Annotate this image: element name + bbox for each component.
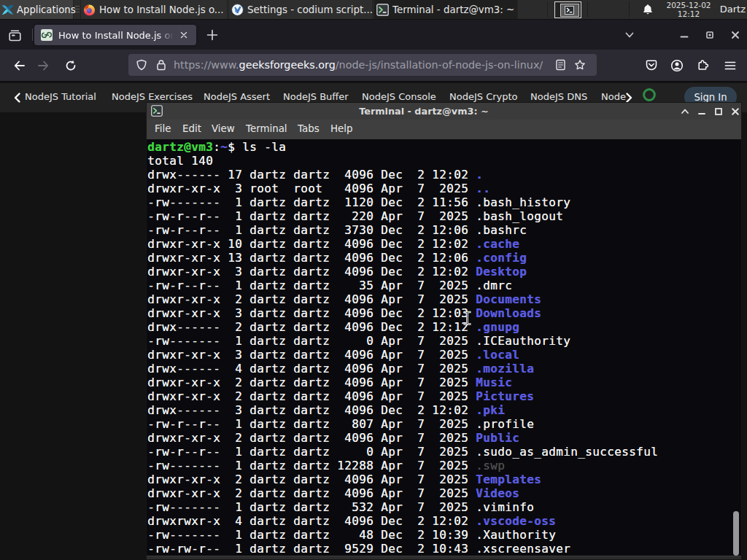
reader-mode-icon[interactable] — [555, 59, 566, 71]
pocket-icon[interactable] — [645, 59, 658, 72]
menu-help[interactable]: Help — [330, 123, 353, 134]
taskbar-button-firefox[interactable]: How to Install Node.js o... — [80, 0, 228, 19]
panel-separator — [629, 1, 630, 18]
tab-close-icon[interactable] — [179, 30, 189, 40]
menu-file[interactable]: File — [155, 123, 171, 134]
tabbar-separator — [32, 28, 33, 41]
window-minimize-button[interactable] — [679, 30, 689, 40]
panel-separator — [547, 1, 548, 18]
geeksforgeeks-favicon — [41, 29, 53, 41]
window-close-button[interactable] — [730, 30, 740, 40]
applications-menu-button[interactable]: Applications — [0, 0, 74, 19]
terminal-window-title: Terminal - dartz@vm3: ~ — [147, 106, 741, 117]
panel-clock[interactable]: 2025-12-02 12:12 — [660, 1, 717, 18]
back-button[interactable] — [13, 59, 26, 72]
url-bar[interactable]: https://www.geeksforgeeks.org/node-js/in… — [128, 54, 597, 76]
terminal-screen[interactable]: dartz@vm3:~$ ls -la total 140 drwx------… — [147, 139, 741, 556]
url-text: https://www.geeksforgeeks.org/node-js/in… — [174, 59, 543, 71]
taskbar-label: How to Install Node.js o... — [99, 4, 224, 15]
nav-scroll-left-chevron-icon[interactable] — [12, 92, 23, 104]
lock-icon[interactable] — [156, 59, 166, 71]
firefox-tab-bar: How to Install Node.js on — [0, 20, 747, 50]
terminal-bottom-border — [147, 556, 741, 559]
gfg-nav-item[interactable]: NodeJS Assert — [204, 91, 270, 102]
notification-bell-icon[interactable] — [642, 4, 654, 16]
menu-terminal[interactable]: Terminal — [246, 123, 287, 134]
pager-mini-window — [560, 4, 579, 17]
extensions-puzzle-icon[interactable] — [696, 59, 709, 72]
new-tab-button[interactable] — [204, 27, 220, 43]
taskbar-button-codium[interactable]: Settings - codium script... — [228, 0, 373, 19]
terminal-scrollbar-thumb[interactable] — [733, 511, 739, 556]
firefox-view-icon — [8, 28, 22, 42]
text-cursor-pointer — [463, 311, 471, 326]
terminal-output: dartz@vm3:~$ ls -la total 140 drwx------… — [147, 139, 741, 556]
terminal-maximize-button[interactable] — [714, 107, 723, 116]
firefox-icon — [83, 4, 96, 16]
panel-grip-handle[interactable] — [75, 6, 80, 14]
distro-logo-icon — [1, 4, 14, 16]
menu-view[interactable]: View — [212, 123, 235, 134]
desktop-panel: Applications How to Insta — [0, 0, 747, 20]
terminal-icon — [565, 6, 574, 15]
clock-date: 2025-12-02 — [660, 1, 717, 9]
window-maximize-button[interactable] — [705, 30, 715, 40]
applications-label: Applications — [17, 4, 76, 15]
forward-button[interactable] — [36, 59, 50, 72]
firefox-view-button[interactable] — [4, 26, 25, 44]
terminal-titlebar[interactable]: Terminal - dartz@vm3: ~ — [147, 103, 741, 120]
user-menu-label[interactable]: Dartz — [720, 4, 746, 15]
gfg-nav-item[interactable]: Node — [601, 91, 626, 102]
terminal-menubar: File Edit View Terminal Tabs Help — [147, 120, 741, 139]
menu-edit[interactable]: Edit — [182, 123, 201, 134]
vscodium-icon — [231, 4, 244, 16]
workspace-pager[interactable] — [554, 1, 581, 18]
hamburger-menu-icon[interactable] — [724, 59, 737, 72]
taskbar-label: Settings - codium script... — [247, 4, 372, 15]
terminal-window: Terminal - dartz@vm3: ~ File Edit View T… — [146, 102, 742, 560]
search-icon[interactable] — [642, 88, 657, 102]
terminal-shade-button[interactable] — [681, 107, 689, 116]
gfg-nav-item[interactable]: NodeJS Console — [362, 91, 436, 102]
terminal-icon — [376, 4, 389, 16]
gfg-nav-item[interactable]: NodeJS Buffer — [283, 91, 349, 102]
reload-button[interactable] — [64, 59, 77, 72]
menu-tabs[interactable]: Tabs — [298, 123, 320, 134]
clock-time: 12:12 — [660, 9, 717, 18]
list-all-tabs-chevron-icon[interactable] — [624, 30, 635, 40]
browser-tab-active[interactable]: How to Install Node.js on — [34, 25, 196, 45]
gfg-nav-item[interactable]: NodeJS Exercises — [112, 91, 193, 102]
gfg-nav-item[interactable]: NodeJS DNS — [530, 91, 587, 102]
terminal-close-button[interactable] — [731, 107, 740, 116]
firefox-nav-toolbar: https://www.geeksforgeeks.org/node-js/in… — [0, 50, 747, 82]
gfg-nav-item[interactable]: NodeJS Tutorial — [25, 91, 96, 102]
bookmark-star-icon[interactable] — [574, 59, 586, 71]
tracking-shield-icon[interactable] — [136, 59, 147, 71]
gfg-nav-item[interactable]: NodeJS Crypto — [449, 91, 518, 102]
tab-title: How to Install Node.js on — [58, 30, 174, 41]
taskbar-label: Terminal - dartz@vm3: ~ — [392, 4, 514, 15]
account-icon[interactable] — [670, 59, 684, 72]
terminal-icon — [151, 105, 163, 117]
taskbar-button-terminal[interactable]: Terminal - dartz@vm3: ~ — [374, 0, 518, 19]
panel-separator — [587, 1, 588, 18]
terminal-minimize-button[interactable] — [697, 107, 706, 116]
